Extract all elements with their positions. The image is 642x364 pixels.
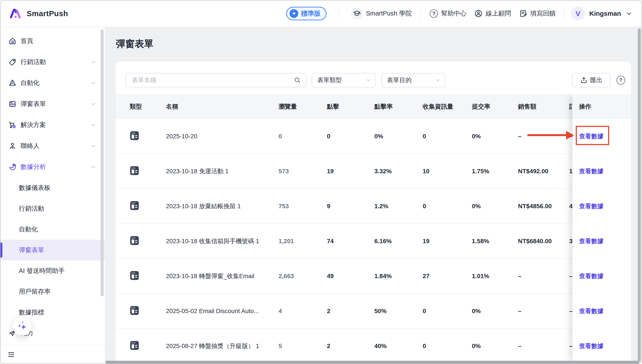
search-icon[interactable] <box>294 76 301 84</box>
table-help-button[interactable]: ? <box>616 76 625 84</box>
page-title: 彈窗表單 <box>116 38 154 50</box>
chevron-down-icon[interactable] <box>90 101 96 107</box>
popup-form-type-icon <box>130 275 139 282</box>
views-cell: 573 <box>278 168 327 175</box>
horizontal-scrollbar[interactable] <box>105 361 639 364</box>
sidebar-item-label: AI 發送時間助手 <box>19 266 65 275</box>
sidebar-item-label: 數據儀表板 <box>19 184 51 192</box>
column-header: 點擊 <box>327 102 374 111</box>
view-data-link[interactable]: 查看數據 <box>579 237 603 245</box>
ctr-cell: 3.32% <box>374 168 423 175</box>
chevron-down-icon[interactable] <box>90 80 96 86</box>
sidebar-item-5[interactable]: 聯絡人 <box>1 136 105 156</box>
plan-badge[interactable]: ✦ 標準版 <box>286 7 327 20</box>
sidebar-item-1[interactable]: 行銷活動 <box>1 52 105 72</box>
view-data-link[interactable]: 查看數據 <box>579 307 603 315</box>
user-menu-chevron-icon[interactable] <box>626 10 632 17</box>
action-column-body: 查看數據查看數據查看數據查看數據查看數據查看數據查看數據 <box>572 119 631 364</box>
collected-cell: 0 <box>423 203 472 210</box>
form-type-cell <box>130 306 166 317</box>
sidebar-item-8[interactable]: 行銷活動 <box>1 198 105 219</box>
academy-link[interactable]: SmartPush 學院 <box>351 8 412 20</box>
help-center-link[interactable]: ? 幫助中心 <box>430 9 466 18</box>
table-row: 2025-08-27 轉盤抽獎（升級版） 15240%00%–– <box>116 329 631 364</box>
view-data-link[interactable]: 查看數據 <box>579 202 603 210</box>
contacts-icon <box>8 142 17 150</box>
form-purpose-select[interactable]: 表單目的 <box>381 73 445 88</box>
logo-text: SmartPush <box>27 9 68 18</box>
avatar[interactable]: V <box>571 6 585 20</box>
form-name-cell: 2023-10-18 收集信箱與手機號碼 1 <box>166 237 278 245</box>
sidebar-item-2[interactable]: 自動化 <box>1 72 105 94</box>
action-cell: 查看數據 <box>572 224 631 259</box>
table-row: 2023-10-18 轉盤彈窗_收集Email2,663491.84%271.0… <box>116 259 631 294</box>
chevron-down-icon[interactable] <box>90 143 96 149</box>
window-scrollbar[interactable] <box>638 28 641 362</box>
sales-cell: – <box>518 342 564 350</box>
form-name-search[interactable] <box>126 73 306 88</box>
popup-icon <box>8 100 17 108</box>
feedback-link[interactable]: 填寫回饋 <box>519 9 556 18</box>
sidebar-item-6[interactable]: 數據分析 <box>1 156 105 178</box>
sidebar-item-0[interactable]: 首頁 <box>1 30 105 52</box>
view-data-link[interactable]: 查看數據 <box>579 167 603 176</box>
sidebar-item-11[interactable]: AI 發送時間助手 <box>1 260 105 281</box>
tag-icon <box>8 58 17 66</box>
popup-form-type-icon <box>130 205 139 212</box>
ctr-cell: 1.84% <box>374 273 423 280</box>
sidebar-item-3[interactable]: 彈窗表單 <box>1 94 105 114</box>
form-name-cell: 2025-10-20 <box>166 133 278 140</box>
sales-cell: – <box>518 133 564 140</box>
header-divider <box>339 8 339 18</box>
academy-icon <box>351 8 363 20</box>
export-icon <box>580 76 587 84</box>
plan-badge-label: 標準版 <box>301 9 320 18</box>
chevron-down-icon[interactable] <box>90 59 96 65</box>
action-cell: 查看數據 <box>572 259 631 294</box>
sales-cell: – <box>518 308 564 314</box>
advisor-icon <box>474 10 483 18</box>
table-row: 2023-10-18 收集信箱與手機號碼 11,201746.16%191.58… <box>116 224 631 259</box>
sidebar-item-9[interactable]: 自動化 <box>1 219 105 240</box>
app-window: SmartPush ✦ 標準版 SmartPush 學院 ? 幫助中心 線上顧問 <box>0 0 642 364</box>
sidebar-item-10[interactable]: 彈窗表單 <box>1 240 105 260</box>
views-cell: 4 <box>278 308 327 314</box>
export-button[interactable]: 匯出 <box>572 73 610 88</box>
collapse-sidebar-icon[interactable] <box>7 350 15 359</box>
sidebar-item-label: 行銷活動 <box>19 204 44 213</box>
sidebar-item-label: 數據分析 <box>21 162 46 171</box>
clicks-cell: 19 <box>327 168 374 175</box>
sidebar-item-12[interactable]: 用戶留存率 <box>1 281 105 302</box>
online-advisor-link[interactable]: 線上顧問 <box>474 9 511 18</box>
form-purpose-value: 表單目的 <box>387 76 435 84</box>
sidebar-item-4[interactable]: 解決方案 <box>1 114 105 136</box>
ai-assistant-fab[interactable] <box>13 317 32 336</box>
chevron-up-icon[interactable] <box>90 164 96 170</box>
form-type-select[interactable]: 表單類型 <box>311 73 376 88</box>
table-row: 2025-05-02 Email Discount Auto...4250%00… <box>116 294 631 329</box>
smartpush-logo-icon <box>10 8 22 19</box>
feedback-label: 填寫回饋 <box>530 9 556 18</box>
submit-rate-cell: 0% <box>472 203 518 210</box>
home-icon <box>8 37 17 45</box>
submit-rate-cell: 1.75% <box>472 168 518 175</box>
view-data-link[interactable]: 查看數據 <box>579 342 603 350</box>
app-logo[interactable]: SmartPush <box>10 8 68 19</box>
form-type-cell <box>130 270 166 282</box>
submit-rate-cell: 0% <box>472 342 518 350</box>
form-type-cell <box>130 200 166 212</box>
chevron-down-icon[interactable] <box>90 122 96 128</box>
sidebar-item-label: 彈窗表單 <box>19 246 44 254</box>
sales-cell: NT$492.00 <box>518 168 564 175</box>
sidebar-item-7[interactable]: 數據儀表板 <box>1 178 105 198</box>
table-row: 2025-10-20000%00%–– <box>116 119 631 154</box>
view-data-link[interactable]: 查看數據 <box>579 272 603 280</box>
action-column-header: 操作 <box>572 94 631 119</box>
table-row: 2023-10-18 放棄結帳挽留 175391.2%00%NT$4856.00… <box>116 189 631 224</box>
ctr-cell: 0% <box>374 133 423 140</box>
clicks-cell: 0 <box>327 133 374 140</box>
popup-form-type-icon <box>130 135 139 142</box>
ctr-cell: 50% <box>374 308 423 314</box>
search-input[interactable] <box>131 76 294 84</box>
sidebar-scrollbar[interactable] <box>101 29 104 296</box>
